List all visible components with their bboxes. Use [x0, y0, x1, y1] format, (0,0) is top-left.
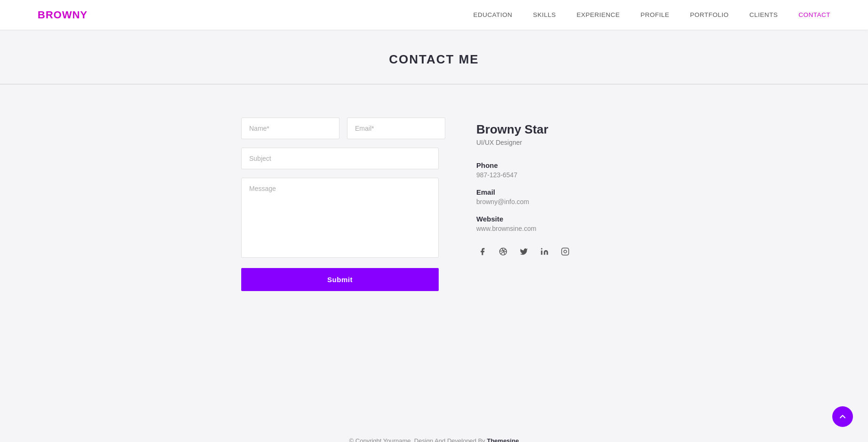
phone-value: 987-123-6547	[476, 171, 627, 179]
nav-experience[interactable]: EXPERIENCE	[576, 11, 620, 18]
email-group	[347, 118, 445, 139]
email-input[interactable]	[347, 118, 445, 139]
email-block: Email browny@info.com	[476, 188, 627, 205]
footer: © Copyright Yourname. Design And Develop…	[0, 423, 868, 442]
email-value: browny@info.com	[476, 198, 627, 205]
svg-point-2	[541, 248, 543, 250]
scroll-top-button[interactable]	[832, 406, 853, 427]
nav-contact[interactable]: CONTACT	[798, 11, 830, 18]
nav-education[interactable]: EDUCATION	[473, 11, 512, 18]
twitter-icon[interactable]	[518, 245, 530, 258]
phone-block: Phone 987-123-6547	[476, 161, 627, 179]
main-nav: EDUCATION SKILLS EXPERIENCE PROFILE PORT…	[473, 11, 830, 18]
instagram-icon[interactable]	[559, 245, 571, 258]
contact-section: Submit Browny Star UI/UX Designer Phone …	[0, 85, 868, 423]
message-textarea[interactable]	[241, 178, 439, 258]
phone-label: Phone	[476, 161, 627, 169]
footer-link[interactable]: Themesine	[487, 437, 519, 442]
contact-name: Browny Star	[476, 122, 627, 137]
nav-portfolio[interactable]: PORTFOLIO	[690, 11, 728, 18]
logo[interactable]: BROWNY	[38, 9, 87, 21]
subject-group	[241, 148, 439, 169]
name-group	[241, 118, 339, 139]
dribbble-icon[interactable]	[497, 245, 509, 258]
submit-button[interactable]: Submit	[241, 268, 439, 291]
message-group	[241, 178, 439, 258]
nav-clients[interactable]: CLIENTS	[750, 11, 778, 18]
header: BROWNY EDUCATION SKILLS EXPERIENCE PROFI…	[0, 0, 868, 30]
nav-profile[interactable]: PROFILE	[640, 11, 669, 18]
footer-text: © Copyright Yourname. Design And Develop…	[349, 437, 487, 442]
contact-form: Submit	[241, 118, 439, 291]
name-input[interactable]	[241, 118, 339, 139]
name-email-row	[241, 118, 439, 139]
website-block: Website www.brownsine.com	[476, 215, 627, 232]
contact-inner: Submit Browny Star UI/UX Designer Phone …	[175, 118, 693, 291]
contact-role: UI/UX Designer	[476, 139, 627, 146]
nav-skills[interactable]: SKILLS	[533, 11, 556, 18]
email-label: Email	[476, 188, 627, 196]
section-title-area: CONTACT ME	[0, 30, 868, 84]
svg-rect-1	[541, 251, 543, 255]
contact-info: Browny Star UI/UX Designer Phone 987-123…	[476, 118, 627, 258]
section-title: CONTACT ME	[0, 52, 868, 67]
social-icons	[476, 245, 627, 258]
website-value: www.brownsine.com	[476, 225, 627, 232]
linkedin-icon[interactable]	[538, 245, 551, 258]
website-label: Website	[476, 215, 627, 223]
facebook-icon[interactable]	[476, 245, 489, 258]
svg-rect-3	[562, 248, 569, 255]
subject-input[interactable]	[241, 148, 439, 169]
